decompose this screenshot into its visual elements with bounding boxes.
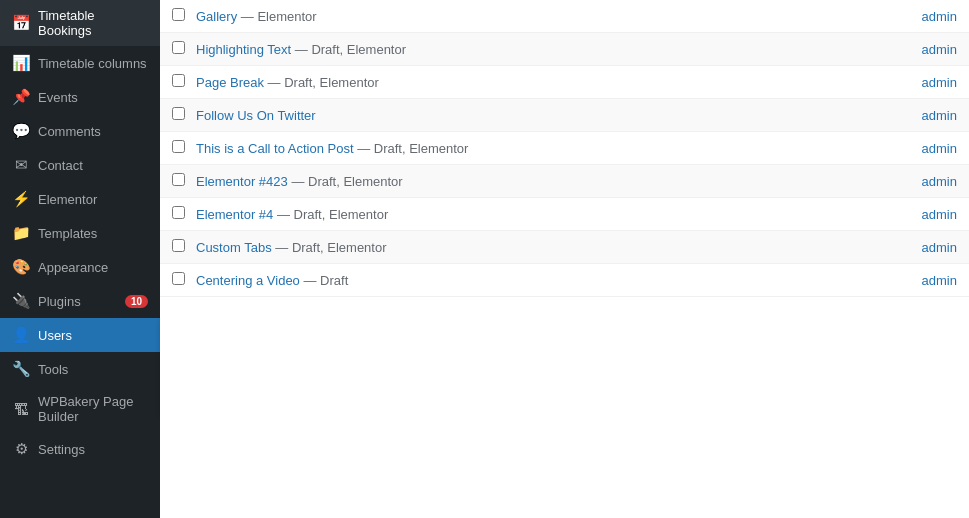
- post-author: admin: [877, 9, 957, 24]
- elementor-icon: ⚡: [12, 190, 30, 208]
- sidebar-item-users[interactable]: 👤 Users: [0, 318, 160, 352]
- table-row: Elementor #4 — Draft, Elementor admin: [160, 198, 969, 231]
- post-title: Gallery — Elementor: [196, 9, 877, 24]
- post-author: admin: [877, 174, 957, 189]
- row-checkbox-wrapper: [172, 272, 196, 288]
- sidebar-item-elementor[interactable]: ⚡ Elementor: [0, 182, 160, 216]
- post-author-link[interactable]: admin: [922, 273, 957, 288]
- post-meta: — Draft, Elementor: [275, 240, 386, 255]
- post-author: admin: [877, 75, 957, 90]
- post-title-link[interactable]: Gallery: [196, 9, 237, 24]
- post-meta: — Draft, Elementor: [291, 174, 402, 189]
- post-title-link[interactable]: Highlighting Text: [196, 42, 291, 57]
- post-meta: — Elementor: [241, 9, 317, 24]
- sidebar-item-label: Tools: [38, 362, 148, 377]
- post-author: admin: [877, 108, 957, 123]
- row-checkbox[interactable]: [172, 107, 185, 120]
- post-author: admin: [877, 207, 957, 222]
- post-author-link[interactable]: admin: [922, 240, 957, 255]
- post-author-link[interactable]: admin: [922, 42, 957, 57]
- sidebar-item-appearance[interactable]: 🎨 Appearance: [0, 250, 160, 284]
- timetable-bookings-icon: 📅: [12, 14, 30, 32]
- sidebar-item-users-wrapper: 👤 Users All Users Add New Profile: [0, 318, 160, 352]
- post-title-link[interactable]: Page Break: [196, 75, 264, 90]
- sidebar-item-tools[interactable]: 🔧 Tools: [0, 352, 160, 386]
- table-row: Follow Us On Twitter admin: [160, 99, 969, 132]
- post-title-link[interactable]: This is a Call to Action Post: [196, 141, 354, 156]
- sidebar-item-label: Comments: [38, 124, 148, 139]
- row-checkbox[interactable]: [172, 74, 185, 87]
- post-title: Page Break — Draft, Elementor: [196, 75, 877, 90]
- row-checkbox[interactable]: [172, 140, 185, 153]
- tools-icon: 🔧: [12, 360, 30, 378]
- table-row: Centering a Video — Draft admin: [160, 264, 969, 297]
- post-title: Follow Us On Twitter: [196, 108, 877, 123]
- post-author-link[interactable]: admin: [922, 174, 957, 189]
- post-title: Centering a Video — Draft: [196, 273, 877, 288]
- sidebar: 📅 Timetable Bookings 📊 Timetable columns…: [0, 0, 160, 518]
- sidebar-item-label: Contact: [38, 158, 148, 173]
- row-checkbox-wrapper: [172, 8, 196, 24]
- row-checkbox[interactable]: [172, 173, 185, 186]
- appearance-icon: 🎨: [12, 258, 30, 276]
- post-title: Elementor #4 — Draft, Elementor: [196, 207, 877, 222]
- sidebar-item-label: Timetable Bookings: [38, 8, 148, 38]
- row-checkbox-wrapper: [172, 107, 196, 123]
- post-meta: — Draft, Elementor: [295, 42, 406, 57]
- post-author-link[interactable]: admin: [922, 141, 957, 156]
- row-checkbox-wrapper: [172, 74, 196, 90]
- post-title-link[interactable]: Elementor #423: [196, 174, 288, 189]
- row-checkbox-wrapper: [172, 206, 196, 222]
- post-title-link[interactable]: Elementor #4: [196, 207, 273, 222]
- post-title-link[interactable]: Custom Tabs: [196, 240, 272, 255]
- sidebar-item-timetable-bookings[interactable]: 📅 Timetable Bookings: [0, 0, 160, 46]
- post-author-link[interactable]: admin: [922, 207, 957, 222]
- sidebar-item-plugins[interactable]: 🔌 Plugins 10: [0, 284, 160, 318]
- post-title: This is a Call to Action Post — Draft, E…: [196, 141, 877, 156]
- sidebar-item-label: Templates: [38, 226, 148, 241]
- sidebar-item-contact[interactable]: ✉ Contact: [0, 148, 160, 182]
- post-title-link[interactable]: Follow Us On Twitter: [196, 108, 316, 123]
- row-checkbox[interactable]: [172, 41, 185, 54]
- table-row: Elementor #423 — Draft, Elementor admin: [160, 165, 969, 198]
- sidebar-item-label: Elementor: [38, 192, 148, 207]
- post-meta: — Draft: [303, 273, 348, 288]
- post-author-link[interactable]: admin: [922, 108, 957, 123]
- post-meta: — Draft, Elementor: [357, 141, 468, 156]
- post-author-link[interactable]: admin: [922, 9, 957, 24]
- row-checkbox[interactable]: [172, 239, 185, 252]
- sidebar-item-label: Plugins: [38, 294, 117, 309]
- posts-table: Gallery — Elementor admin Highlighting T…: [160, 0, 969, 297]
- table-row: This is a Call to Action Post — Draft, E…: [160, 132, 969, 165]
- post-title: Elementor #423 — Draft, Elementor: [196, 174, 877, 189]
- sidebar-item-label: Users: [38, 328, 148, 343]
- sidebar-item-label: WPBakery Page Builder: [38, 394, 148, 424]
- sidebar-item-label: Events: [38, 90, 148, 105]
- row-checkbox[interactable]: [172, 206, 185, 219]
- sidebar-item-settings[interactable]: ⚙ Settings: [0, 432, 160, 466]
- post-author-link[interactable]: admin: [922, 75, 957, 90]
- table-row: Page Break — Draft, Elementor admin: [160, 66, 969, 99]
- post-meta: — Draft, Elementor: [268, 75, 379, 90]
- sidebar-item-label: Settings: [38, 442, 148, 457]
- post-title: Highlighting Text — Draft, Elementor: [196, 42, 877, 57]
- sidebar-item-templates[interactable]: 📁 Templates: [0, 216, 160, 250]
- post-author: admin: [877, 141, 957, 156]
- post-author: admin: [877, 273, 957, 288]
- row-checkbox[interactable]: [172, 8, 185, 21]
- post-title-link[interactable]: Centering a Video: [196, 273, 300, 288]
- plugins-icon: 🔌: [12, 292, 30, 310]
- sidebar-item-comments[interactable]: 💬 Comments: [0, 114, 160, 148]
- row-checkbox[interactable]: [172, 272, 185, 285]
- sidebar-item-timetable-columns[interactable]: 📊 Timetable columns: [0, 46, 160, 80]
- sidebar-item-events[interactable]: 📌 Events: [0, 80, 160, 114]
- post-author: admin: [877, 240, 957, 255]
- users-icon: 👤: [12, 326, 30, 344]
- table-row: Gallery — Elementor admin: [160, 0, 969, 33]
- sidebar-item-label: Timetable columns: [38, 56, 148, 71]
- post-author: admin: [877, 42, 957, 57]
- comments-icon: 💬: [12, 122, 30, 140]
- sidebar-item-wpbakery[interactable]: 🏗 WPBakery Page Builder: [0, 386, 160, 432]
- main-content: Gallery — Elementor admin Highlighting T…: [160, 0, 969, 518]
- contact-icon: ✉: [12, 156, 30, 174]
